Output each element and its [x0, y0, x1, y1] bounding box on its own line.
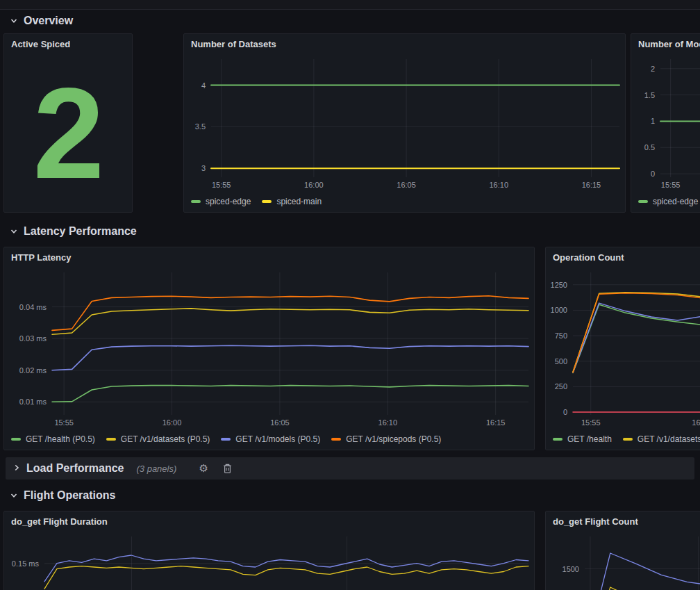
- svg-text:1500: 1500: [562, 565, 579, 573]
- panel-title[interactable]: HTTP Latency: [4, 247, 534, 268]
- legend-swatch: [638, 200, 648, 203]
- legend-swatch: [191, 200, 201, 203]
- legend-item[interactable]: GET /v1/datasets: [623, 434, 700, 444]
- svg-text:3: 3: [201, 164, 206, 172]
- chevron-down-icon: [10, 17, 18, 25]
- stat-value: 2: [33, 76, 103, 192]
- chart-number-of-datasets[interactable]: 33.5415:5516:0016:0516:1016:15: [184, 55, 625, 191]
- top-toolbar-edge: [0, 0, 700, 10]
- svg-text:15:55: 15:55: [581, 418, 601, 427]
- panel-title[interactable]: Number of Models: [631, 34, 700, 55]
- legend-swatch: [106, 438, 116, 441]
- svg-text:0: 0: [651, 170, 655, 178]
- chevron-down-icon: [10, 491, 18, 500]
- legend-item[interactable]: GET /v1/datasets (P0.5): [106, 434, 210, 444]
- section-title: Latency Performance: [24, 225, 137, 238]
- section-title: Flight Operations: [24, 489, 115, 502]
- chart-operation-count[interactable]: 02505007501000125015:5516:0016:0516:1016…: [546, 268, 700, 429]
- svg-text:16:00: 16:00: [162, 418, 182, 427]
- section-header-overview[interactable]: Overview: [10, 10, 73, 31]
- chart-do-get-flight-duration[interactable]: 0.15 ms: [4, 532, 534, 590]
- legend-item[interactable]: GET /v1/models (P0.5): [221, 434, 320, 444]
- section-header-load-performance[interactable]: Load Performance (3 panels) ⚙: [6, 457, 694, 480]
- stat-body: 2: [4, 55, 132, 212]
- panel-title[interactable]: Active Spiced: [4, 34, 132, 55]
- chevron-right-icon: [12, 462, 21, 475]
- legend-item[interactable]: GET /v1/spicepods (P0.5): [331, 434, 441, 444]
- svg-text:2: 2: [651, 65, 655, 73]
- svg-text:16:15: 16:15: [582, 181, 601, 189]
- svg-text:1000: 1000: [551, 306, 567, 314]
- svg-text:0.03 ms: 0.03 ms: [19, 334, 47, 343]
- svg-text:16:10: 16:10: [378, 418, 398, 427]
- legend-swatch: [553, 438, 562, 441]
- legend-item[interactable]: spiced-edge: [191, 197, 251, 206]
- legend-item[interactable]: spiced-edge: [638, 197, 698, 206]
- section-title: Overview: [24, 15, 73, 27]
- legend-label: spiced-main: [276, 197, 322, 206]
- panel-active-spiced: Active Spiced 2: [3, 33, 133, 213]
- svg-text:1250: 1250: [551, 281, 567, 289]
- svg-text:0.04 ms: 0.04 ms: [19, 303, 47, 311]
- gear-icon[interactable]: ⚙: [194, 461, 212, 476]
- legend-label: spiced-edge: [206, 197, 251, 206]
- svg-text:750: 750: [555, 331, 567, 340]
- legend-swatch: [623, 438, 633, 441]
- panel-title[interactable]: Number of Datasets: [184, 34, 625, 55]
- legend-label: GET /v1/spicepods (P0.5): [346, 434, 441, 444]
- panel-title[interactable]: Operation Count: [546, 247, 700, 268]
- svg-text:16:05: 16:05: [270, 418, 290, 427]
- svg-text:16:05: 16:05: [397, 181, 416, 189]
- legend-item[interactable]: GET /health: [553, 434, 612, 444]
- legend-label: GET /v1/datasets: [638, 434, 700, 444]
- trash-icon[interactable]: [218, 461, 236, 476]
- chart-legend: spiced-edge: [631, 191, 700, 212]
- legend-swatch: [331, 438, 341, 441]
- legend-label: GET /health (P0.5): [26, 434, 95, 444]
- panel-do-get-flight-duration: do_get Flight Duration 0.15 ms: [3, 511, 535, 590]
- svg-text:1.5: 1.5: [644, 91, 655, 99]
- dashboard-page: Overview Active Spiced 2 Number of Datas…: [0, 0, 700, 590]
- section-header-latency-performance[interactable]: Latency Performance: [10, 221, 137, 242]
- chevron-down-icon: [10, 227, 18, 236]
- svg-text:0.02 ms: 0.02 ms: [19, 366, 47, 375]
- legend-label: GET /v1/datasets (P0.5): [121, 434, 210, 444]
- legend-item[interactable]: GET /health (P0.5): [11, 434, 95, 444]
- section-title: Load Performance: [26, 462, 124, 475]
- svg-text:15:55: 15:55: [661, 181, 681, 189]
- svg-text:0.01 ms: 0.01 ms: [19, 398, 47, 406]
- legend-label: GET /v1/models (P0.5): [235, 434, 320, 444]
- legend-swatch: [221, 438, 231, 441]
- svg-text:16:15: 16:15: [486, 418, 506, 427]
- chart-legend: spiced-edgespiced-main: [184, 191, 625, 212]
- legend-label: GET /health: [567, 434, 612, 444]
- chart-legend: GET /healthGET /v1/datasets: [546, 429, 700, 450]
- svg-text:16:10: 16:10: [489, 181, 508, 189]
- svg-text:3.5: 3.5: [195, 122, 206, 131]
- panel-operation-count: Operation Count 02505007501000125015:551…: [545, 247, 700, 450]
- panel-number-of-models: Number of Models 00.511.5215:5516:0016:0…: [631, 33, 700, 213]
- legend-swatch: [262, 200, 272, 203]
- svg-text:15:55: 15:55: [54, 418, 74, 427]
- chart-do-get-flight-count[interactable]: 1500: [546, 532, 700, 590]
- svg-text:16:00: 16:00: [692, 418, 700, 427]
- chart-number-of-models[interactable]: 00.511.5215:5516:0016:0516:1016:15: [631, 55, 700, 191]
- section-header-flight-operations[interactable]: Flight Operations: [10, 485, 115, 506]
- panel-title[interactable]: do_get Flight Duration: [4, 511, 534, 532]
- svg-text:1: 1: [651, 117, 655, 125]
- legend-label: spiced-edge: [653, 197, 698, 206]
- svg-text:0.5: 0.5: [644, 143, 655, 151]
- panel-do-get-flight-count: do_get Flight Count 1500: [545, 511, 700, 590]
- panel-number-of-datasets: Number of Datasets 33.5415:5516:0016:051…: [183, 33, 626, 213]
- panel-http-latency: HTTP Latency 0.01 ms0.02 ms0.03 ms0.04 m…: [3, 247, 535, 450]
- chart-legend: GET /health (P0.5)GET /v1/datasets (P0.5…: [4, 429, 534, 450]
- panel-title[interactable]: do_get Flight Count: [546, 511, 700, 532]
- chart-http-latency[interactable]: 0.01 ms0.02 ms0.03 ms0.04 ms15:5516:0016…: [4, 268, 534, 429]
- svg-text:15:55: 15:55: [212, 181, 231, 189]
- legend-item[interactable]: spiced-main: [262, 197, 322, 206]
- svg-text:16:00: 16:00: [304, 181, 324, 189]
- svg-text:0: 0: [563, 408, 567, 416]
- svg-text:4: 4: [201, 81, 206, 90]
- legend-swatch: [11, 438, 21, 441]
- svg-text:500: 500: [555, 357, 567, 366]
